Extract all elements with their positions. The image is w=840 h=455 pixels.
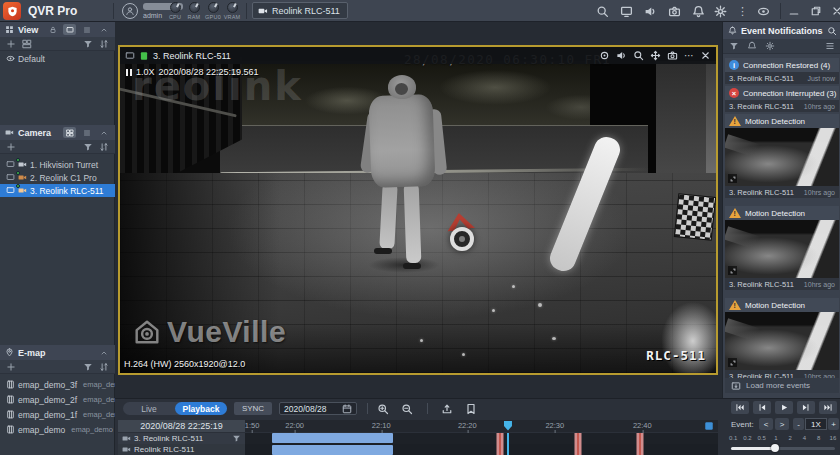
app-title: QVR Pro <box>28 4 77 18</box>
settings-gear-icon[interactable] <box>714 5 727 18</box>
audio-icon[interactable] <box>644 5 657 18</box>
timeline-zoom-out-icon[interactable] <box>401 403 413 415</box>
emap-item[interactable]: emap_demo_2femap_demo_2f <box>0 393 115 406</box>
speed-slider[interactable] <box>731 447 835 450</box>
menu-icon[interactable] <box>825 41 835 51</box>
left-sidebar: View Default Camera <box>0 22 115 455</box>
event-thumbnail[interactable] <box>725 128 839 186</box>
event-settings-gear-icon[interactable] <box>765 41 775 51</box>
event-card-motion-detection[interactable]: Motion Detection 3. Reolink RLC-51110hrs… <box>725 114 839 198</box>
alarm-bell-icon[interactable] <box>692 5 705 18</box>
close-tile-icon[interactable] <box>700 50 711 61</box>
search-icon[interactable] <box>596 5 609 18</box>
bookmark-icon[interactable] <box>465 403 477 415</box>
camera-grid-button[interactable] <box>63 127 76 138</box>
export-recording-icon[interactable] <box>441 403 453 415</box>
filter-funnel-icon[interactable] <box>83 362 93 372</box>
emap-item[interactable]: emap_demo_1femap_demo_1f <box>0 408 115 421</box>
sort-icon[interactable] <box>99 362 109 372</box>
ptz-icon[interactable] <box>650 50 661 61</box>
event-card-connection-interrupted[interactable]: ×Connection Interrupted (3) 3. Reolink R… <box>725 86 839 112</box>
add-view-button[interactable] <box>6 39 16 49</box>
sync-button[interactable]: SYNC <box>234 402 272 415</box>
add-camera-button[interactable] <box>6 142 16 152</box>
bell-filter-icon[interactable] <box>747 41 757 51</box>
playback-timestamp-osd: 2020/08/28 22:25:19.561 <box>159 67 259 77</box>
snapshot-icon[interactable] <box>668 5 681 18</box>
next-event-button[interactable]: > <box>775 418 789 430</box>
emap-eye-icon[interactable] <box>757 5 770 18</box>
camera-toolbar <box>0 140 115 154</box>
qvr-logo-icon[interactable] <box>3 2 21 20</box>
list-view-button[interactable] <box>80 24 93 35</box>
timeline-zoom-in-icon[interactable] <box>377 403 389 415</box>
view-item-default[interactable]: Default <box>0 52 115 65</box>
load-more-events-button[interactable]: Load more events <box>725 378 839 393</box>
camera-view-tab[interactable]: Reolink RLC-511 <box>252 2 348 19</box>
filter-funnel-icon[interactable] <box>83 39 93 49</box>
close-button[interactable] <box>831 5 840 17</box>
digital-zoom-icon[interactable] <box>633 50 644 61</box>
add-emap-button[interactable] <box>6 362 16 372</box>
more-options-icon[interactable]: ⋯ <box>684 53 694 59</box>
layout-button[interactable] <box>22 39 32 49</box>
restore-button[interactable] <box>810 5 822 17</box>
date-picker[interactable]: 2020/08/28 <box>279 402 357 415</box>
emap-item[interactable]: emap_demo_3femap_demo_3f <box>0 378 115 391</box>
cpu-gauge: CPU <box>166 2 184 20</box>
playback-mode-button[interactable]: Playback <box>175 402 227 415</box>
next-frame-button[interactable] <box>797 401 815 414</box>
event-card-connection-restored[interactable]: iConnection Restored (4) 3. Reolink RLC-… <box>725 58 839 84</box>
collapse-emap-icon[interactable] <box>97 347 110 358</box>
skip-to-start-button[interactable] <box>731 401 749 414</box>
speed-slider-thumb[interactable] <box>771 444 779 452</box>
online-status-dot <box>16 158 20 162</box>
camera-section-header[interactable]: Camera <box>0 125 115 140</box>
sort-icon[interactable] <box>99 39 109 49</box>
play-button[interactable] <box>775 401 793 414</box>
sort-icon[interactable] <box>99 142 109 152</box>
expand-thumbnail-icon[interactable] <box>728 266 737 275</box>
playhead[interactable] <box>507 433 509 455</box>
auto-tracking-icon[interactable] <box>599 50 610 61</box>
speed-increase-button[interactable]: + <box>828 418 839 430</box>
videocam-icon <box>122 434 131 443</box>
event-card-motion-detection[interactable]: Motion Detection 3. Reolink RLC-51110hrs… <box>725 298 839 382</box>
collapse-camera-icon[interactable] <box>97 127 110 138</box>
emap-item[interactable]: emap_demoemap_demo <box>0 423 115 436</box>
expand-thumbnail-icon[interactable] <box>728 174 737 183</box>
search-events-icon[interactable] <box>827 26 837 36</box>
snapshot-icon[interactable] <box>667 50 678 61</box>
event-card-motion-detection[interactable]: Motion Detection 3. Reolink RLC-51110hrs… <box>725 206 839 290</box>
event-thumbnail[interactable] <box>725 220 839 278</box>
event-thumbnail[interactable] <box>725 312 839 370</box>
timeline-event-icon[interactable] <box>704 421 714 431</box>
user-avatar[interactable] <box>122 3 138 19</box>
previous-frame-button[interactable] <box>753 401 771 414</box>
timeline-row-label[interactable]: Reolink RLC-511 <box>118 444 245 455</box>
more-options-icon[interactable]: ⋮ <box>737 5 750 18</box>
emap-section-header[interactable]: E-map <box>0 345 115 360</box>
video-tile-reolink-rlc-511[interactable]: reolink 28/08/2020 06:30:10 FRI 1.0X 202… <box>118 45 718 375</box>
view-section-header[interactable]: View <box>0 22 115 37</box>
speed-decrease-button[interactable]: - <box>793 418 804 430</box>
minimize-button[interactable] <box>788 5 800 17</box>
camera-item-reolink-c1-pro[interactable]: 2. Reolink C1 Pro <box>0 171 115 184</box>
timeline-row-label[interactable]: 3. Reolink RLC-511 <box>118 433 245 444</box>
live-mode-button[interactable]: Live <box>123 402 175 415</box>
display-icon[interactable] <box>620 5 633 18</box>
tile-view-button[interactable] <box>63 24 76 35</box>
audio-icon[interactable] <box>616 50 627 61</box>
camera-item-reolink-rlc-511[interactable]: 3. Reolink RLC-511 <box>0 184 115 197</box>
camera-list-button[interactable] <box>80 127 93 138</box>
collapse-view-icon[interactable] <box>97 24 110 35</box>
previous-event-button[interactable]: < <box>759 418 773 430</box>
skip-to-end-button[interactable] <box>819 401 837 414</box>
expand-thumbnail-icon[interactable] <box>728 358 737 367</box>
filter-funnel-icon[interactable] <box>232 434 241 443</box>
lock-icon[interactable] <box>46 24 59 35</box>
filter-funnel-icon[interactable] <box>729 41 739 51</box>
filter-funnel-icon[interactable] <box>83 142 93 152</box>
timeline-ruler[interactable]: 1:50 22:00 22:10 22:20 22:30 22:40 <box>245 420 718 432</box>
camera-item-hikvision-turret[interactable]: 1. Hikvision Turret <box>0 158 115 171</box>
